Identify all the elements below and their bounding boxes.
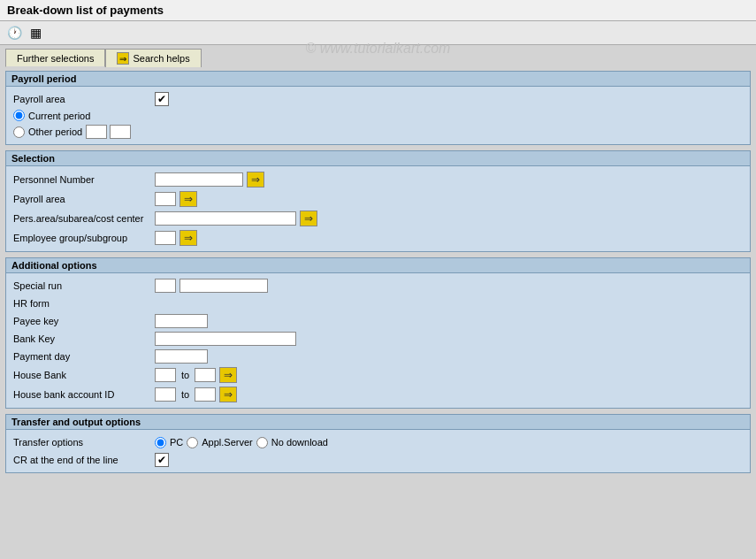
- personnel-number-input[interactable]: [155, 172, 243, 187]
- current-period-radio[interactable]: [13, 110, 25, 121]
- special-run-label: Special run: [13, 280, 155, 291]
- selection-body: Personnel Number Payroll area Pers.area/…: [6, 166, 750, 251]
- payroll-area-row: Payroll area ✔: [13, 90, 743, 108]
- transfer-options-row: Transfer options PC Appl.Server No downl…: [13, 433, 743, 451]
- employee-group-row: Employee group/subgroup: [13, 228, 743, 248]
- title-bar: Break-down list of payments: [0, 0, 756, 21]
- selection-payroll-area-input[interactable]: [155, 192, 176, 206]
- payee-key-input[interactable]: [155, 314, 208, 328]
- house-bank-label: House Bank: [13, 370, 155, 380]
- special-run-input1[interactable]: [155, 279, 176, 293]
- other-period-input2[interactable]: [110, 125, 131, 139]
- house-bank-to-label: to: [181, 370, 189, 380]
- special-run-row: Special run: [13, 277, 743, 295]
- payment-day-row: Payment day: [13, 348, 743, 365]
- cr-end-line-checkbox[interactable]: ✔: [155, 453, 169, 467]
- other-period-row: Other period: [13, 123, 743, 141]
- hr-form-label: HR form: [13, 298, 155, 309]
- bank-key-label: Bank Key: [13, 333, 155, 344]
- house-bank-arrow-btn[interactable]: [219, 367, 237, 383]
- selection-title: Selection: [6, 151, 750, 166]
- selection-payroll-area-arrow-btn[interactable]: [179, 191, 197, 207]
- tab-further-selections[interactable]: Further selections: [5, 49, 105, 67]
- grid-icon[interactable]: ▦: [27, 24, 44, 42]
- other-period-radio[interactable]: [13, 126, 25, 138]
- tabs-row: Further selections ⇒ Search helps: [0, 45, 756, 67]
- house-bank-account-input-to[interactable]: [195, 387, 216, 402]
- payroll-area-label: Payroll area: [13, 94, 155, 104]
- current-period-row: Current period: [13, 108, 743, 123]
- transfer-radio-group: PC Appl.Server No download: [155, 437, 328, 448]
- page-title: Break-down list of payments: [7, 4, 164, 17]
- hr-form-row: HR form: [13, 295, 743, 312]
- radio-pc-label: PC: [170, 437, 183, 448]
- payroll-area-checkbox[interactable]: ✔: [155, 92, 169, 106]
- radio-appl-server-label: Appl.Server: [202, 437, 252, 448]
- payee-key-row: Payee key: [13, 312, 743, 330]
- additional-options-title: Additional options: [6, 258, 750, 273]
- payment-day-input[interactable]: [155, 349, 208, 364]
- house-bank-input-from[interactable]: [155, 368, 176, 382]
- personnel-number-arrow-btn[interactable]: [247, 172, 264, 188]
- toolbar: 🕐 ▦: [0, 21, 756, 45]
- clock-icon[interactable]: 🕐: [5, 24, 23, 42]
- employee-group-label: Employee group/subgroup: [13, 233, 155, 243]
- house-bank-account-arrow-btn[interactable]: [219, 387, 237, 402]
- house-bank-account-to-label: to: [181, 389, 189, 400]
- additional-options-body: Special run HR form Payee key Bank Key: [6, 273, 750, 408]
- additional-options-section: Additional options Special run HR form P…: [5, 257, 751, 409]
- tab-search-helps[interactable]: ⇒ Search helps: [105, 49, 201, 67]
- special-run-inputs: [155, 279, 268, 293]
- radio-appl-server[interactable]: [187, 437, 198, 448]
- radio-no-download[interactable]: [256, 437, 268, 448]
- tab-arrow-icon: ⇒: [117, 52, 129, 65]
- selection-section: Selection Personnel Number Payroll area …: [5, 150, 751, 252]
- house-bank-input-to[interactable]: [195, 368, 216, 382]
- pers-area-arrow-btn[interactable]: [300, 211, 317, 226]
- house-bank-account-row: House bank account ID to: [13, 385, 743, 404]
- payroll-period-title: Payroll period: [6, 72, 750, 87]
- selection-payroll-area-label: Payroll area: [13, 194, 155, 204]
- other-period-label: Other period: [28, 126, 82, 137]
- pers-area-label: Pers.area/subarea/cost center: [13, 213, 155, 224]
- personnel-number-row: Personnel Number: [13, 170, 743, 189]
- employee-group-input[interactable]: [155, 231, 176, 245]
- radio-pc[interactable]: [155, 437, 166, 448]
- house-bank-account-input-from[interactable]: [155, 387, 176, 402]
- transfer-output-title: Transfer and output options: [6, 415, 750, 430]
- payroll-period-section: Payroll period Payroll area ✔ Current pe…: [5, 71, 751, 145]
- cr-end-line-row: CR at the end of the line ✔: [13, 451, 743, 469]
- personnel-number-label: Personnel Number: [13, 174, 155, 185]
- selection-payroll-area-row: Payroll area: [13, 189, 743, 209]
- payment-day-label: Payment day: [13, 351, 155, 362]
- pers-area-row: Pers.area/subarea/cost center: [13, 209, 743, 228]
- transfer-options-label: Transfer options: [13, 437, 155, 448]
- cr-end-line-label: CR at the end of the line: [13, 455, 155, 465]
- transfer-output-body: Transfer options PC Appl.Server No downl…: [6, 430, 750, 472]
- transfer-output-section: Transfer and output options Transfer opt…: [5, 414, 751, 473]
- pers-area-input[interactable]: [155, 211, 296, 226]
- special-run-input2[interactable]: [179, 279, 268, 293]
- house-bank-row: House Bank to: [13, 365, 743, 385]
- current-period-label: Current period: [28, 111, 90, 121]
- payee-key-label: Payee key: [13, 316, 155, 326]
- payroll-period-body: Payroll area ✔ Current period Other peri…: [6, 87, 750, 144]
- radio-no-download-label: No download: [271, 437, 328, 448]
- employee-group-arrow-btn[interactable]: [179, 230, 197, 246]
- house-bank-account-label: House bank account ID: [13, 389, 155, 400]
- main-content: Payroll period Payroll area ✔ Current pe…: [0, 67, 756, 482]
- bank-key-input[interactable]: [155, 332, 296, 346]
- other-period-input1[interactable]: [86, 125, 107, 139]
- bank-key-row: Bank Key: [13, 330, 743, 348]
